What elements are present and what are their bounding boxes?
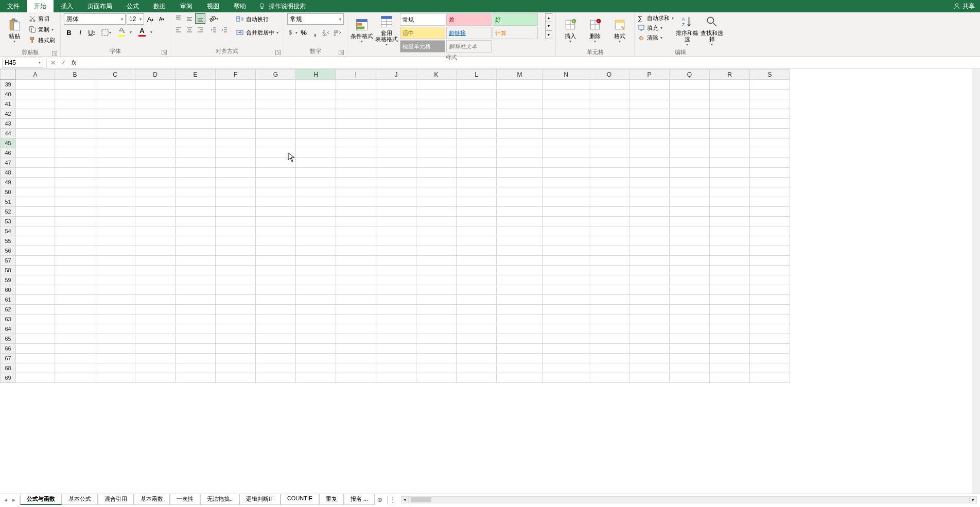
cell-G65[interactable] <box>256 334 296 344</box>
increase-decimal-button[interactable]: .0.00 <box>321 27 331 38</box>
align-right-button[interactable] <box>195 25 205 35</box>
cell-O45[interactable] <box>589 138 629 148</box>
cell-C57[interactable] <box>95 256 135 266</box>
cell-K50[interactable] <box>416 187 457 197</box>
row-header-63[interactable]: 63 <box>1 314 16 324</box>
cell-R53[interactable] <box>710 217 750 226</box>
menu-file[interactable]: 文件 <box>0 0 27 12</box>
cell-I66[interactable] <box>336 344 376 354</box>
column-header-M[interactable]: M <box>497 69 543 80</box>
column-header-O[interactable]: O <box>589 69 629 80</box>
cell-N59[interactable] <box>543 275 589 285</box>
column-header-D[interactable]: D <box>135 69 176 80</box>
cell-G69[interactable] <box>256 373 296 383</box>
increase-font-button[interactable]: A▴ <box>145 13 155 25</box>
cell-C66[interactable] <box>95 344 135 354</box>
wrap-text-button[interactable]: ab自动换行 <box>234 13 281 25</box>
cell-K42[interactable] <box>416 109 457 119</box>
align-left-button[interactable] <box>173 25 184 35</box>
decrease-indent-button[interactable] <box>208 25 219 35</box>
cell-J65[interactable] <box>376 334 416 344</box>
cell-R66[interactable] <box>710 344 750 354</box>
cell-R47[interactable] <box>710 158 750 168</box>
cell-S63[interactable] <box>750 314 790 324</box>
cell-D69[interactable] <box>135 373 176 383</box>
cell-D48[interactable] <box>135 168 176 178</box>
cell-R62[interactable] <box>710 305 750 314</box>
cell-Q53[interactable] <box>670 217 710 226</box>
cell-L58[interactable] <box>457 266 497 275</box>
cell-L50[interactable] <box>457 187 497 197</box>
style-calc[interactable]: 计算 <box>493 27 538 39</box>
cell-Q49[interactable] <box>670 178 710 187</box>
paste-button[interactable]: 粘贴 ▾ <box>3 13 26 47</box>
cell-C54[interactable] <box>95 226 135 236</box>
bold-button[interactable]: B <box>64 27 74 38</box>
cell-I67[interactable] <box>336 354 376 363</box>
cell-N41[interactable] <box>543 99 589 109</box>
cell-I43[interactable] <box>336 119 376 129</box>
cell-J63[interactable] <box>376 314 416 324</box>
row-header-40[interactable]: 40 <box>1 90 16 99</box>
cell-C49[interactable] <box>95 178 135 187</box>
tab-nav-last[interactable]: ▸ <box>10 496 18 503</box>
cell-P64[interactable] <box>629 324 670 334</box>
cell-Q64[interactable] <box>670 324 710 334</box>
cell-L45[interactable] <box>457 138 497 148</box>
cell-P61[interactable] <box>629 295 670 305</box>
tell-me-search[interactable]: 操作说明搜索 <box>258 2 306 11</box>
cell-S50[interactable] <box>750 187 790 197</box>
cell-C56[interactable] <box>95 246 135 256</box>
cell-J45[interactable] <box>376 138 416 148</box>
cell-K44[interactable] <box>416 129 457 138</box>
cell-I47[interactable] <box>336 158 376 168</box>
cell-D52[interactable] <box>135 207 176 217</box>
align-center-button[interactable] <box>184 25 195 35</box>
cell-G43[interactable] <box>256 119 296 129</box>
cell-S47[interactable] <box>750 158 790 168</box>
add-sheet-button[interactable]: ⊕ <box>375 496 385 503</box>
cell-J68[interactable] <box>376 363 416 373</box>
cell-S60[interactable] <box>750 285 790 295</box>
cell-R39[interactable] <box>710 80 750 90</box>
cell-P54[interactable] <box>629 226 670 236</box>
cell-E67[interactable] <box>176 354 216 363</box>
cell-N45[interactable] <box>543 138 589 148</box>
cell-F46[interactable] <box>216 148 256 158</box>
cell-F68[interactable] <box>216 363 256 373</box>
cell-M46[interactable] <box>497 148 543 158</box>
cell-M47[interactable] <box>497 158 543 168</box>
cell-I68[interactable] <box>336 363 376 373</box>
cell-M57[interactable] <box>497 256 543 266</box>
cell-Q63[interactable] <box>670 314 710 324</box>
cell-A40[interactable] <box>16 90 55 99</box>
cell-Q69[interactable] <box>670 373 710 383</box>
cell-K43[interactable] <box>416 119 457 129</box>
cell-E44[interactable] <box>176 129 216 138</box>
cell-E53[interactable] <box>176 217 216 226</box>
cell-H44[interactable] <box>296 129 336 138</box>
cell-I59[interactable] <box>336 275 376 285</box>
cell-S58[interactable] <box>750 266 790 275</box>
cell-B52[interactable] <box>55 207 95 217</box>
cell-B65[interactable] <box>55 334 95 344</box>
cell-K60[interactable] <box>416 285 457 295</box>
cell-J62[interactable] <box>376 305 416 314</box>
cell-L44[interactable] <box>457 129 497 138</box>
cell-P62[interactable] <box>629 305 670 314</box>
cell-C64[interactable] <box>95 324 135 334</box>
cell-P52[interactable] <box>629 207 670 217</box>
cell-D60[interactable] <box>135 285 176 295</box>
cell-S53[interactable] <box>750 217 790 226</box>
cell-N42[interactable] <box>543 109 589 119</box>
cell-G68[interactable] <box>256 363 296 373</box>
row-header-57[interactable]: 57 <box>1 256 16 266</box>
cell-K62[interactable] <box>416 305 457 314</box>
sheet-tab-5[interactable]: 无法拖拽.. <box>200 494 239 505</box>
cell-G63[interactable] <box>256 314 296 324</box>
cell-Q43[interactable] <box>670 119 710 129</box>
row-header-68[interactable]: 68 <box>1 363 16 373</box>
cell-I69[interactable] <box>336 373 376 383</box>
cell-P60[interactable] <box>629 285 670 295</box>
cell-P58[interactable] <box>629 266 670 275</box>
